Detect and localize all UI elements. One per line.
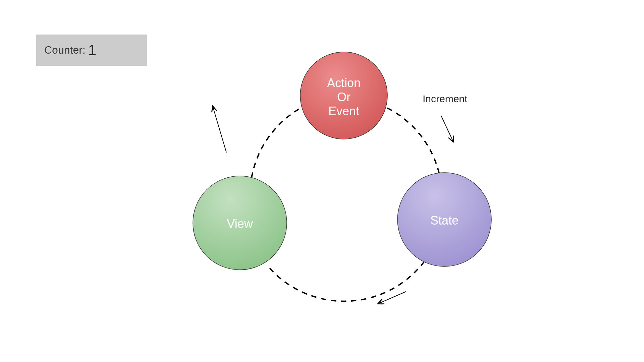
- flow-diagram: Action Or Event State View Increment: [161, 37, 530, 339]
- arc-state-to-view: [267, 261, 424, 301]
- counter-value: 1: [88, 42, 96, 59]
- counter-box: Counter: 1: [36, 35, 147, 66]
- node-action-label-line1: Action: [327, 76, 361, 90]
- node-action-label-line2: Or: [337, 90, 351, 104]
- diagram-container: Action Or Event State View Increment: [161, 37, 530, 339]
- node-action-label-line3: Event: [328, 104, 359, 118]
- arrow-view-to-action: [213, 107, 226, 153]
- counter-label: Counter:: [44, 44, 86, 56]
- edge-label-increment: Increment: [423, 93, 468, 104]
- node-state-label: State: [430, 214, 459, 227]
- node-view-label: View: [227, 217, 253, 231]
- arrow-action-to-state: [441, 116, 453, 141]
